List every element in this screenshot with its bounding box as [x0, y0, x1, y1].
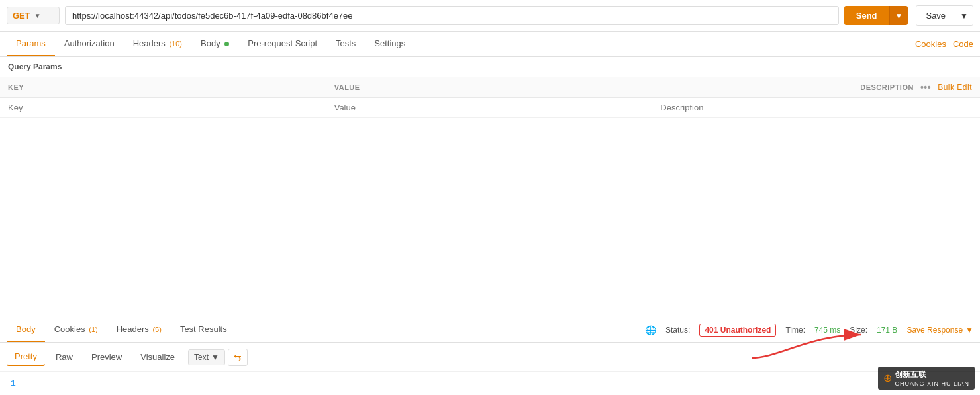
tab-params[interactable]: Params	[7, 32, 55, 56]
size-label: Size:	[850, 326, 867, 335]
request-tabs: Params Authorization Headers (10) Body P…	[0, 32, 980, 57]
line-number-1: 1	[11, 378, 16, 388]
tab-authorization[interactable]: Authorization	[55, 32, 124, 56]
response-tab-body[interactable]: Body	[7, 318, 45, 342]
response-view-tabs: Pretty Raw Preview Visualize Text ▼ ⇆	[0, 343, 980, 372]
save-button-group: Save ▼	[916, 5, 973, 26]
params-table: KEY VALUE DESCRIPTION ••• Bulk Edit	[0, 77, 980, 118]
query-params-label: Query Params	[0, 57, 980, 77]
top-bar: GET ▼ Send ▼ Save ▼	[0, 0, 980, 32]
key-column-header: KEY	[0, 77, 326, 98]
tab-settings[interactable]: Settings	[365, 32, 415, 56]
response-tabs-bar: Body Cookies (1) Headers (5) Test Result…	[0, 318, 980, 343]
url-input[interactable]	[65, 6, 839, 25]
tab-body[interactable]: Body	[191, 32, 238, 56]
tab-prerequest[interactable]: Pre-request Script	[238, 32, 326, 56]
app-container: GET ▼ Send ▼ Save ▼ Params Authorization…	[0, 0, 980, 395]
bottom-panel: Body Cookies (1) Headers (5) Test Result…	[0, 318, 980, 395]
time-label: Time:	[785, 326, 805, 335]
resp-tab-raw[interactable]: Raw	[48, 349, 81, 365]
tab-tests[interactable]: Tests	[326, 32, 365, 56]
tabs-right: Cookies Code	[915, 39, 973, 49]
send-dropdown-button[interactable]: ▼	[889, 6, 908, 25]
key-input[interactable]	[8, 103, 318, 112]
response-meta: 🌐 Status: 401 Unauthorized Time: 745 ms …	[645, 324, 973, 337]
code-link[interactable]: Code	[953, 39, 973, 49]
tab-headers[interactable]: Headers (10)	[124, 32, 191, 56]
resp-tab-preview[interactable]: Preview	[83, 349, 130, 365]
format-chevron: ▼	[211, 353, 219, 362]
save-response-label: Save Response	[906, 326, 963, 335]
response-tab-cookies[interactable]: Cookies (1)	[45, 318, 107, 342]
save-response-button[interactable]: Save Response ▼	[906, 326, 973, 335]
cookies-link[interactable]: Cookies	[915, 39, 946, 49]
empty-space	[0, 118, 980, 318]
format-value: Text	[194, 353, 209, 362]
watermark: ⊕ 创新互联 CHUANG XIN HU LIAN	[878, 367, 975, 390]
table-options-button[interactable]: •••	[920, 82, 931, 93]
time-value: 745 ms	[814, 326, 840, 335]
save-dropdown-button[interactable]: ▼	[955, 6, 973, 25]
body-dot	[224, 42, 229, 46]
method-label: GET	[13, 11, 30, 21]
save-button[interactable]: Save	[916, 6, 955, 25]
cookies-badge: (1)	[89, 326, 97, 333]
resp-headers-badge: (5)	[152, 326, 161, 333]
send-button-group: Send ▼	[844, 6, 908, 25]
resp-tab-visualize[interactable]: Visualize	[132, 349, 183, 365]
value-input[interactable]	[334, 103, 645, 112]
wrap-button[interactable]: ⇆	[228, 349, 248, 366]
save-response-arrow: ▼	[965, 326, 973, 335]
table-row	[0, 98, 980, 118]
send-button[interactable]: Send	[844, 6, 889, 25]
headers-badge: (10)	[169, 40, 182, 48]
response-body: 1	[0, 372, 980, 395]
value-column-header: VALUE	[326, 77, 653, 98]
response-tab-test-results[interactable]: Test Results	[171, 318, 236, 342]
format-select[interactable]: Text ▼	[188, 349, 225, 365]
request-tabs-area: Params Authorization Headers (10) Body P…	[0, 32, 980, 118]
description-column-header: DESCRIPTION ••• Bulk Edit	[652, 77, 980, 98]
method-chevron: ▼	[34, 12, 41, 19]
size-value: 171 B	[877, 326, 897, 335]
status-badge: 401 Unauthorized	[699, 324, 776, 337]
bulk-edit-button[interactable]: Bulk Edit	[938, 83, 972, 92]
response-tab-headers[interactable]: Headers (5)	[107, 318, 171, 342]
globe-icon: 🌐	[645, 325, 656, 335]
resp-tab-pretty[interactable]: Pretty	[7, 348, 45, 366]
description-input[interactable]	[660, 103, 972, 112]
method-select[interactable]: GET ▼	[7, 7, 60, 24]
status-label: Status:	[665, 326, 690, 335]
